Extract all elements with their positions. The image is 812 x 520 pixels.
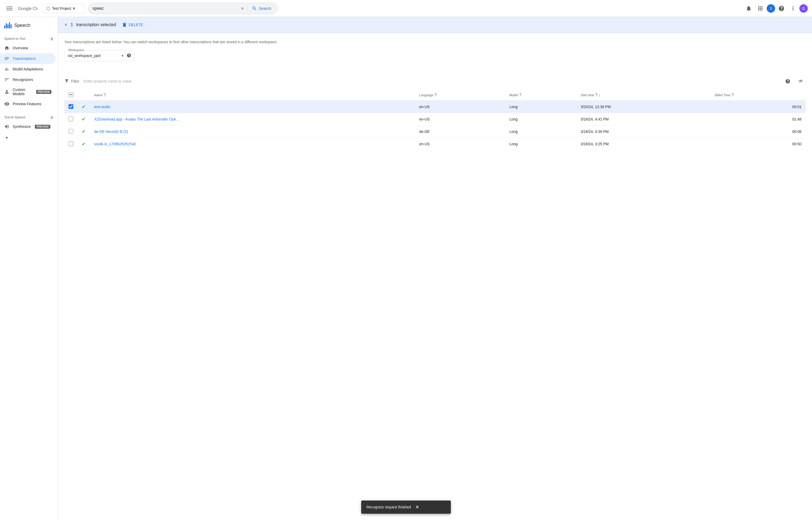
selection-text: transcription selected bbox=[76, 22, 116, 27]
sidebar-custom-models-label: Custom Models bbox=[12, 87, 32, 96]
row-name-link[interactable]: test-audio bbox=[94, 105, 110, 109]
table-density-icon[interactable] bbox=[795, 76, 806, 86]
row-model-cell: Long bbox=[505, 113, 576, 126]
row-checkbox-1[interactable] bbox=[69, 116, 73, 121]
notification-badge: 1 bbox=[767, 4, 775, 12]
row-status-cell: ✔ bbox=[78, 126, 90, 138]
row-billed-time-cell: 00:50 bbox=[711, 138, 806, 150]
row-model-cell: Long bbox=[505, 126, 576, 138]
notifications-icon[interactable] bbox=[743, 3, 754, 14]
stt-section-header[interactable]: Speech-to-Text ∧ bbox=[0, 33, 58, 43]
row-language-cell: en-US bbox=[415, 101, 505, 113]
snackbar-close-button[interactable]: ✕ bbox=[415, 504, 419, 510]
row-start-time-cell: 3/18/24, 4:39 PM bbox=[576, 126, 710, 138]
name-help-icon[interactable]: ? bbox=[104, 93, 106, 98]
language-help-icon[interactable]: ? bbox=[434, 93, 437, 98]
user-avatar[interactable]: G bbox=[800, 4, 808, 12]
search-clear-icon[interactable]: ✕ bbox=[240, 5, 245, 11]
status-success-icon: ✔ bbox=[82, 104, 86, 109]
project-name: Test Project bbox=[52, 6, 71, 10]
start-time-help-icon[interactable]: ? bbox=[595, 93, 598, 98]
billed-time-help-icon[interactable]: ? bbox=[731, 93, 734, 98]
row-checkbox-2[interactable] bbox=[69, 129, 73, 134]
custom-models-icon bbox=[4, 89, 9, 95]
start-time-sort-icon[interactable]: ↓ bbox=[598, 93, 601, 98]
svg-rect-2 bbox=[6, 10, 12, 10]
filter-icon bbox=[64, 79, 69, 84]
filter-input[interactable] bbox=[81, 78, 780, 84]
project-selector[interactable]: ⬡ Test Project ▾ bbox=[43, 4, 85, 13]
status-success-icon: ✔ bbox=[82, 129, 86, 134]
speech-wave-icon bbox=[4, 22, 11, 28]
apps-icon[interactable] bbox=[755, 3, 766, 14]
model-adaptations-icon bbox=[4, 67, 9, 72]
collapse-sidebar-btn[interactable] bbox=[0, 132, 58, 144]
workspace-help-icon[interactable] bbox=[127, 53, 131, 58]
workspace-dropdown-icon[interactable]: ▾ bbox=[120, 54, 125, 58]
workspace-label: Workspace bbox=[67, 48, 85, 52]
row-name-link[interactable]: ssstik.io_1706625262540 bbox=[94, 142, 136, 146]
sidebar-transcriptions-label: Transcriptions bbox=[12, 56, 35, 61]
transcriptions-table: Name ? Language ? Model bbox=[64, 90, 806, 150]
sidebar-item-model-adaptations[interactable]: Model Adaptations bbox=[0, 64, 56, 74]
app-name: Speech bbox=[14, 23, 30, 28]
selection-clear-icon[interactable]: ✕ bbox=[64, 23, 67, 27]
row-billed-time-cell: 01:48 bbox=[711, 113, 806, 126]
row-status-cell: ✔ bbox=[78, 101, 90, 113]
delete-button[interactable]: DELETE bbox=[119, 21, 145, 29]
row-name-link[interactable]: X2Download.app - Avatar The Last Airbend… bbox=[94, 117, 179, 121]
row-language-cell: en-US bbox=[415, 113, 505, 126]
topbar: Google Cloud ⬡ Test Project ▾ ✕ Search 1 bbox=[0, 0, 812, 17]
th-language: Language ? bbox=[415, 90, 505, 101]
preview-features-icon bbox=[4, 101, 9, 106]
sidebar-item-preview-features[interactable]: Preview Features bbox=[0, 99, 56, 109]
tts-section-header[interactable]: Text-to-Speech ∧ bbox=[0, 111, 58, 121]
table-row: ✔ ssstik.io_1706625262540 en-US Long 3/1… bbox=[64, 138, 806, 150]
content-area: Your transcriptions are listed below. Yo… bbox=[58, 33, 812, 520]
row-language-cell: de-DE bbox=[415, 126, 505, 138]
row-status-cell: ✔ bbox=[78, 138, 90, 150]
tts-chevron-icon: ∧ bbox=[50, 114, 54, 120]
row-checkbox-cell bbox=[64, 113, 78, 126]
sidebar: Speech Speech-to-Text ∧ Overview Transcr… bbox=[0, 17, 58, 520]
main-content: ✕ 1 transcription selected DELETE Your t… bbox=[58, 17, 812, 520]
synthesize-preview-badge: PREVIEW bbox=[35, 125, 50, 129]
help-icon[interactable] bbox=[776, 3, 787, 14]
row-checkbox-cell bbox=[64, 126, 78, 138]
user-notification-icon[interactable]: 1 bbox=[767, 4, 775, 12]
model-help-icon[interactable]: ? bbox=[519, 93, 521, 98]
svg-text:Google Cloud: Google Cloud bbox=[18, 6, 37, 11]
snackbar: Recognize request finished ✕ bbox=[361, 500, 451, 514]
search-button[interactable]: Search bbox=[250, 6, 273, 11]
row-model-cell: Long bbox=[505, 101, 576, 113]
menu-icon[interactable] bbox=[4, 3, 15, 14]
sidebar-item-transcriptions[interactable]: Transcriptions bbox=[0, 53, 56, 64]
row-checkbox-0[interactable] bbox=[69, 104, 73, 109]
th-model: Model ? bbox=[505, 90, 576, 101]
snackbar-message: Recognize request finished bbox=[367, 505, 411, 509]
row-name-link[interactable]: de-DE-Neural2-B (2) bbox=[94, 129, 128, 134]
table-row: ✔ test-audio en-US Long 3/20/24, 12:36 P… bbox=[64, 101, 806, 113]
row-checkbox-cell bbox=[64, 101, 78, 113]
row-name-cell: ssstik.io_1706625262540 bbox=[90, 138, 415, 150]
sidebar-model-adaptations-label: Model Adaptations bbox=[12, 67, 43, 71]
sidebar-preview-features-label: Preview Features bbox=[12, 102, 42, 106]
sidebar-overview-label: Overview bbox=[12, 46, 28, 50]
search-bar: ✕ Search bbox=[88, 3, 278, 14]
th-start-time: Start time ? ↓ bbox=[576, 90, 710, 101]
select-all-checkbox[interactable] bbox=[69, 92, 73, 97]
sidebar-item-recognizers[interactable]: Recognizers bbox=[0, 74, 56, 85]
sidebar-item-custom-models[interactable]: Custom Models PREVIEW bbox=[0, 85, 56, 99]
selection-bar: ✕ 1 transcription selected DELETE bbox=[58, 17, 812, 33]
sidebar-synthesize-label: Synthesize bbox=[12, 125, 31, 129]
search-input[interactable] bbox=[92, 6, 240, 11]
row-checkbox-3[interactable] bbox=[69, 141, 73, 146]
sidebar-item-synthesize[interactable]: Synthesize PREVIEW bbox=[0, 121, 56, 132]
app-layout: Speech Speech-to-Text ∧ Overview Transcr… bbox=[0, 17, 812, 520]
more-options-icon[interactable] bbox=[788, 3, 798, 14]
description-text: Your transcriptions are listed below. Yo… bbox=[64, 39, 806, 45]
workspace-container: Workspace sst_workspace_ppd ▾ bbox=[64, 50, 806, 68]
sidebar-item-overview[interactable]: Overview bbox=[0, 43, 56, 53]
table-help-icon[interactable] bbox=[783, 76, 793, 86]
svg-rect-1 bbox=[6, 8, 12, 9]
